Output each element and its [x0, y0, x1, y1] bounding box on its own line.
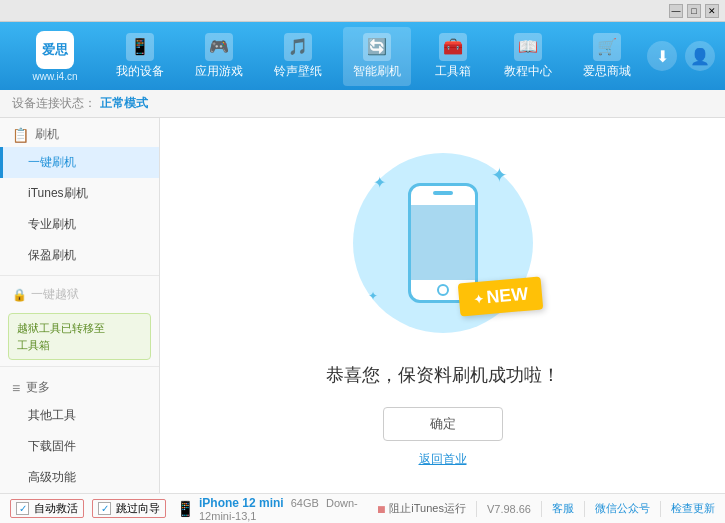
nav-my-device-label: 我的设备 [116, 63, 164, 80]
wallpaper-icon: 🎵 [284, 33, 312, 61]
toolbox-icon: 🧰 [439, 33, 467, 61]
auto-rescue-checkbox[interactable]: ✓ 自动救活 [10, 499, 84, 518]
sparkle-bl-icon: ✦ [368, 289, 378, 303]
nav-apps-label: 应用游戏 [195, 63, 243, 80]
nav-mall-label: 爱思商城 [583, 63, 631, 80]
title-bar: — □ ✕ [0, 0, 725, 22]
itunes-flash-label: iTunes刷机 [28, 186, 88, 200]
bottom-left: ✓ 自动救活 ✓ 跳过向导 [10, 499, 166, 518]
minimize-button[interactable]: — [669, 4, 683, 18]
skip-wizard-checkbox[interactable]: ✓ 跳过向导 [92, 499, 166, 518]
sidebar-notice-jailbreak: 越狱工具已转移至工具箱 [8, 313, 151, 360]
bottom-divider-4 [660, 501, 661, 517]
download-firmware-label: 下载固件 [28, 439, 76, 453]
check-update-link[interactable]: 检查更新 [671, 501, 715, 516]
phone-screen [411, 205, 475, 280]
nav-toolbox[interactable]: 🧰 工具箱 [423, 27, 483, 86]
nav-tutorial[interactable]: 📖 教程中心 [494, 27, 562, 86]
auto-rescue-check-box: ✓ [16, 502, 29, 515]
nav-tutorial-label: 教程中心 [504, 63, 552, 80]
lock-icon: 🔒 [12, 288, 27, 302]
phone-home-button [437, 284, 449, 296]
nav-toolbox-label: 工具箱 [435, 63, 471, 80]
wechat-link[interactable]: 微信公众号 [595, 501, 650, 516]
customer-service-link[interactable]: 客服 [552, 501, 574, 516]
sidebar-disabled-jailbreak: 🔒 一键越狱 [0, 280, 159, 307]
header: 爱思 www.i4.cn 📱 我的设备 🎮 应用游戏 🎵 铃声壁纸 🔄 智能刷机… [0, 22, 725, 90]
auto-rescue-label: 自动救活 [34, 501, 78, 516]
sidebar-divider-1 [0, 275, 159, 276]
flash-section-icon: 📋 [12, 127, 29, 143]
status-value: 正常模式 [100, 95, 148, 112]
nav-smart-flash-label: 智能刷机 [353, 63, 401, 80]
bottom-divider-3 [584, 501, 585, 517]
logo-icon: 爱思 [36, 31, 74, 69]
status-bar: 设备连接状态： 正常模式 [0, 90, 725, 118]
close-button[interactable]: ✕ [705, 4, 719, 18]
new-badge: NEW [458, 276, 544, 316]
user-button[interactable]: 👤 [685, 41, 715, 71]
status-label: 设备连接状态： [12, 95, 96, 112]
stop-itunes[interactable]: ⏹ 阻止iTunes运行 [376, 501, 466, 516]
new-badge-text: NEW [486, 284, 530, 308]
tutorial-icon: 📖 [514, 33, 542, 61]
other-tools-label: 其他工具 [28, 408, 76, 422]
device-info: iPhone 12 mini 64GB Down-12mini-13,1 [199, 496, 376, 522]
bottom-divider-2 [541, 501, 542, 517]
sidebar-section-more-label: 更多 [26, 379, 50, 396]
sidebar-section-flash: 📋 刷机 [0, 118, 159, 147]
skip-wizard-check-box: ✓ [98, 502, 111, 515]
maximize-button[interactable]: □ [687, 4, 701, 18]
nav-mall[interactable]: 🛒 爱思商城 [573, 27, 641, 86]
bottom-divider [476, 501, 477, 517]
device-section: 📱 iPhone 12 mini 64GB Down-12mini-13,1 [176, 496, 376, 522]
pro-flash-label: 专业刷机 [28, 217, 76, 231]
sidebar-item-save-flash[interactable]: 保盈刷机 [0, 240, 159, 271]
nav-smart-flash[interactable]: 🔄 智能刷机 [343, 27, 411, 86]
sidebar-item-advanced[interactable]: 高级功能 [0, 462, 159, 493]
sidebar-item-download-firmware[interactable]: 下载固件 [0, 431, 159, 462]
nav-wallpaper-label: 铃声壁纸 [274, 63, 322, 80]
smart-flash-icon: 🔄 [363, 33, 391, 61]
device-storage: 64GB [291, 497, 319, 509]
sidebar-item-itunes-flash[interactable]: iTunes刷机 [0, 178, 159, 209]
again-link[interactable]: 返回首业 [419, 451, 467, 468]
header-right: ⬇ 👤 [647, 41, 715, 71]
window-controls[interactable]: — □ ✕ [669, 4, 719, 18]
apps-icon: 🎮 [205, 33, 233, 61]
bottom-bar: ✓ 自动救活 ✓ 跳过向导 📱 iPhone 12 mini 64GB Down… [0, 493, 725, 523]
sidebar-item-one-key-flash[interactable]: 一键刷机 [0, 147, 159, 178]
sidebar-section-flash-label: 刷机 [35, 126, 59, 143]
sparkle-tl-icon: ✦ [373, 173, 386, 192]
sidebar-item-other-tools[interactable]: 其他工具 [0, 400, 159, 431]
jailbreak-label: 一键越狱 [31, 286, 79, 303]
main-area: 📋 刷机 一键刷机 iTunes刷机 专业刷机 保盈刷机 🔒 一键越狱 越狱工具… [0, 118, 725, 493]
content-area: ✦ ✦ ✦ NEW 恭喜您，保资料刷机成功啦！ 确定 返回首业 [160, 118, 725, 493]
notice-text: 越狱工具已转移至工具箱 [17, 322, 105, 351]
stop-itunes-label: 阻止iTunes运行 [389, 501, 466, 516]
advanced-label: 高级功能 [28, 470, 76, 484]
sidebar-section-more: ≡ 更多 [0, 371, 159, 400]
logo-url: www.i4.cn [32, 71, 77, 82]
mall-icon: 🛒 [593, 33, 621, 61]
device-phone-icon: 📱 [176, 500, 195, 518]
logo[interactable]: 爱思 www.i4.cn [10, 31, 100, 82]
stop-itunes-icon: ⏹ [376, 503, 387, 515]
more-section-icon: ≡ [12, 380, 20, 396]
skip-wizard-label: 跳过向导 [116, 501, 160, 516]
nav-bar: 📱 我的设备 🎮 应用游戏 🎵 铃声壁纸 🔄 智能刷机 🧰 工具箱 📖 教程中心… [100, 27, 647, 86]
save-flash-label: 保盈刷机 [28, 248, 76, 262]
download-button[interactable]: ⬇ [647, 41, 677, 71]
confirm-button[interactable]: 确定 [383, 407, 503, 441]
nav-apps[interactable]: 🎮 应用游戏 [185, 27, 253, 86]
nav-my-device[interactable]: 📱 我的设备 [106, 27, 174, 86]
success-message: 恭喜您，保资料刷机成功啦！ [326, 363, 560, 387]
one-key-flash-label: 一键刷机 [28, 155, 76, 169]
sidebar-item-pro-flash[interactable]: 专业刷机 [0, 209, 159, 240]
device-name: iPhone 12 mini [199, 496, 284, 510]
phone-illustration: ✦ ✦ ✦ NEW [343, 143, 543, 343]
nav-wallpaper[interactable]: 🎵 铃声壁纸 [264, 27, 332, 86]
my-device-icon: 📱 [126, 33, 154, 61]
version-text: V7.98.66 [487, 503, 531, 515]
sparkle-tr-icon: ✦ [491, 163, 508, 187]
